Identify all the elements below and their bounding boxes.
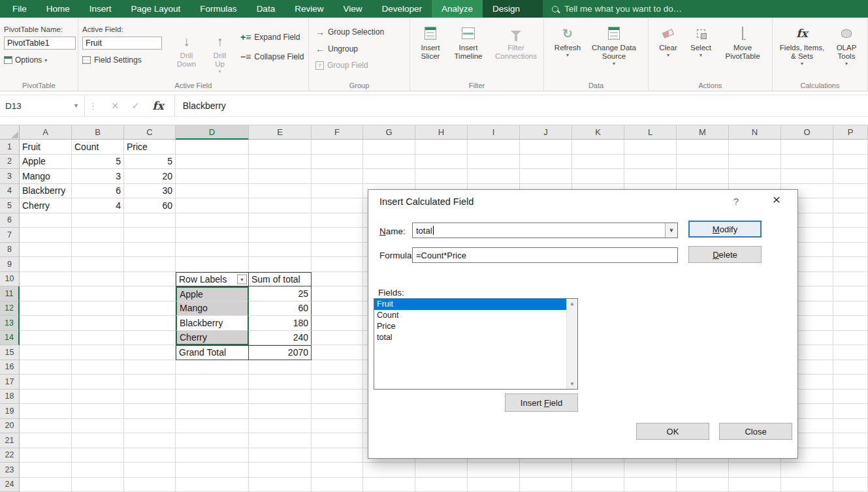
cell-P2[interactable] [833,155,868,170]
tab-insert[interactable]: Insert [80,0,121,18]
delete-button[interactable]: Delete [688,246,762,263]
cell-I2[interactable] [468,155,520,170]
cell-F13[interactable] [312,316,363,331]
cell-A15[interactable] [20,345,72,360]
cell-C14[interactable] [124,331,176,346]
row-labels-filter-dropdown[interactable]: ▼ [237,274,247,284]
cell-I24[interactable] [468,478,520,492]
cell-E7[interactable] [249,228,312,243]
formula-input[interactable]: =Count*Price [412,247,678,263]
cell-B11[interactable] [72,286,124,301]
cell-D1[interactable] [176,140,249,155]
cell-B10[interactable] [72,272,124,287]
cell-P12[interactable] [833,301,868,316]
column-header-C[interactable]: C [124,125,176,140]
cell-P21[interactable] [833,433,868,448]
cell-B24[interactable] [72,478,124,492]
cell-J2[interactable] [520,155,572,170]
cell-A14[interactable] [20,331,72,346]
cell-F1[interactable] [312,140,363,155]
cell-C9[interactable] [124,257,176,272]
cell-D5[interactable] [176,198,249,213]
cell-B1[interactable]: Count [72,140,124,155]
cell-N23[interactable] [729,463,781,478]
cell-C4[interactable]: 30 [124,184,176,199]
cell-B14[interactable] [72,331,124,346]
cell-F22[interactable] [312,448,363,463]
cell-A18[interactable] [20,390,72,405]
cell-D16[interactable] [176,360,249,375]
cell-B19[interactable] [72,404,124,419]
column-header-A[interactable]: A [20,125,72,140]
cell-E4[interactable] [249,184,312,199]
cell-B7[interactable] [72,228,124,243]
column-header-M[interactable]: M [677,125,729,140]
cell-F10[interactable] [312,272,363,287]
cell-P20[interactable] [833,419,868,434]
cell-P23[interactable] [833,463,868,478]
cell-P14[interactable] [833,331,868,346]
cell-P5[interactable] [833,198,868,213]
row-header-3[interactable]: 3 [0,169,20,184]
column-header-E[interactable]: E [249,125,312,140]
tab-formulas[interactable]: Formulas [190,0,246,18]
cell-K3[interactable] [572,169,624,184]
cell-A20[interactable] [20,419,72,434]
cell-E10[interactable]: Sum of total [249,272,312,287]
row-header-8[interactable]: 8 [0,243,20,258]
row-header-19[interactable]: 19 [0,404,20,419]
insert-slicer-button[interactable]: Insert Slicer [413,18,448,79]
cell-P6[interactable] [833,213,868,228]
cell-P19[interactable] [833,404,868,419]
cell-I3[interactable] [468,169,520,184]
cell-C10[interactable] [124,272,176,287]
cell-A8[interactable] [20,243,72,258]
cell-O1[interactable] [781,140,833,155]
collapse-field-button[interactable]: −≡ Collapse Field [240,52,304,62]
cell-P10[interactable] [833,272,868,287]
tab-view[interactable]: View [333,0,372,18]
cell-D18[interactable] [176,390,249,405]
cell-A16[interactable] [20,360,72,375]
cell-E2[interactable] [249,155,312,170]
cell-F11[interactable] [312,286,363,301]
row-header-5[interactable]: 5 [0,198,20,213]
cell-K2[interactable] [572,155,624,170]
cell-H1[interactable] [415,140,468,155]
ungroup-button[interactable]: ← Ungroup [315,44,407,54]
cell-D20[interactable] [176,419,249,434]
cell-N1[interactable] [729,140,781,155]
cell-N3[interactable] [729,169,781,184]
field-item-price[interactable]: Price [374,321,566,332]
cell-P18[interactable] [833,390,868,405]
column-header-N[interactable]: N [729,125,781,140]
cell-M3[interactable] [677,169,729,184]
cell-B20[interactable] [72,419,124,434]
cell-A12[interactable] [20,301,72,316]
cell-C19[interactable] [124,404,176,419]
cell-J24[interactable] [520,478,572,492]
change-data-source-button[interactable]: Change Data Source ▾ [586,18,642,79]
cell-B13[interactable] [72,316,124,331]
cell-F18[interactable] [312,390,363,405]
tab-analyze[interactable]: Analyze [432,0,483,18]
cell-L1[interactable] [624,140,677,155]
cell-L3[interactable] [624,169,677,184]
fields-listbox[interactable]: Fruit Count Price total ▲ ▼ [374,298,578,390]
column-header-O[interactable]: O [781,125,833,140]
cell-M23[interactable] [677,463,729,478]
cell-J23[interactable] [520,463,572,478]
tab-home[interactable]: Home [37,0,80,18]
cell-P4[interactable] [833,184,868,199]
cell-F14[interactable] [312,331,363,346]
cell-D12[interactable]: Mango [176,301,249,316]
cell-E8[interactable] [249,243,312,258]
formula-bar-content[interactable]: Blackberry [175,95,868,116]
refresh-button[interactable]: ↻ Refresh ▾ [549,18,586,79]
cell-H24[interactable] [415,478,468,492]
cell-P9[interactable] [833,257,868,272]
cell-A7[interactable] [20,228,72,243]
cell-D14[interactable]: Cherry [176,331,249,346]
group-selection-button[interactable]: → Group Selection [315,27,407,37]
drill-down-button[interactable]: ↓ Drill Down [171,25,202,79]
